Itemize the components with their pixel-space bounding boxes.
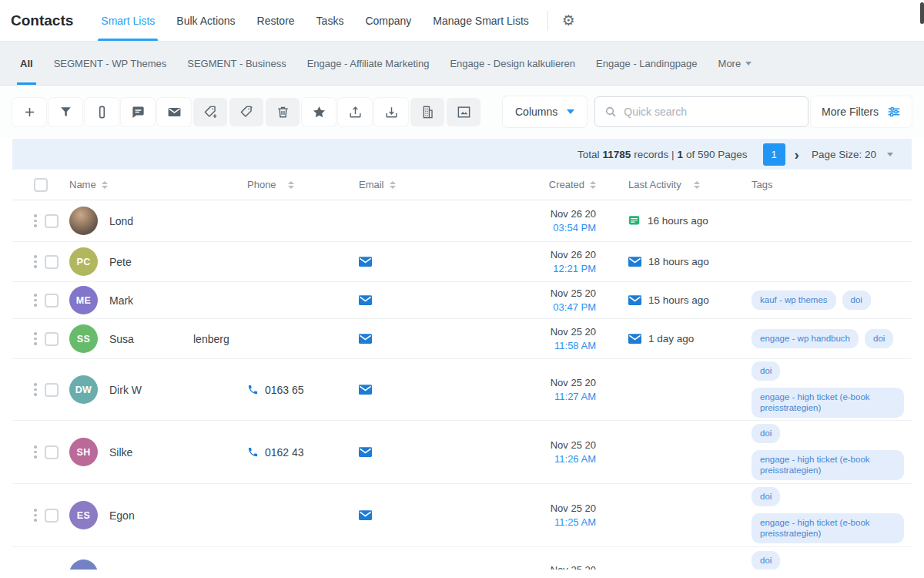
more-filters-button[interactable]: More Filters bbox=[811, 96, 912, 127]
page-size-select[interactable]: Page Size: 20 bbox=[812, 149, 893, 160]
email-button[interactable] bbox=[157, 98, 191, 126]
search-input[interactable] bbox=[624, 106, 798, 118]
column-header-tags: Tags bbox=[740, 179, 909, 190]
email-icon[interactable] bbox=[359, 510, 372, 520]
email-activity-icon bbox=[628, 334, 641, 344]
contact-name[interactable]: Mark bbox=[109, 294, 133, 307]
row-checkbox[interactable] bbox=[45, 255, 59, 269]
column-header-email[interactable]: Email bbox=[347, 179, 490, 190]
phone-button[interactable] bbox=[85, 98, 119, 126]
table-row[interactable]: DWDirk W0163 65Nov 25 2011:27 AMdoiengag… bbox=[12, 359, 912, 421]
nav-tab-bulk-actions[interactable]: Bulk Actions bbox=[166, 0, 246, 41]
contact-name[interactable]: Dirk W bbox=[109, 384, 142, 396]
row-checkbox[interactable] bbox=[45, 383, 59, 397]
nav-tab-manage-smart-lists[interactable]: Manage Smart Lists bbox=[422, 0, 540, 41]
scrollbar-thumb[interactable] bbox=[920, 2, 924, 24]
created-date: Nov 25 20 bbox=[551, 287, 596, 299]
image-button[interactable] bbox=[447, 98, 480, 126]
nav-tab-smart-lists[interactable]: Smart Lists bbox=[90, 0, 166, 41]
add-tag-button[interactable] bbox=[193, 98, 227, 126]
row-checkbox[interactable] bbox=[45, 294, 59, 307]
email-cell bbox=[347, 447, 490, 457]
row-select-cell bbox=[12, 509, 66, 523]
table-row[interactable]: ESEgonNov 25 2011:25 AMdoiengage - high … bbox=[12, 484, 912, 547]
table-row[interactable]: LondNov 26 2003:54 PM16 hours ago bbox=[12, 200, 912, 242]
created-cell: Nov 25 20 bbox=[490, 547, 598, 570]
row-menu-icon[interactable] bbox=[34, 214, 37, 227]
smart-list-tab-engage---affiliate-marketing[interactable]: Engage - Affiliate Marketing bbox=[307, 42, 430, 85]
tag-pill: doi bbox=[752, 361, 780, 381]
table-row[interactable]: PCPeteNov 26 2012:21 PM18 hours ago bbox=[12, 242, 912, 282]
name-cell: SHSilke bbox=[66, 438, 243, 466]
email-icon[interactable] bbox=[359, 385, 372, 395]
column-header-created[interactable]: Created bbox=[490, 179, 598, 190]
email-activity-icon bbox=[628, 295, 641, 305]
row-menu-icon[interactable] bbox=[34, 294, 37, 307]
next-page-button[interactable]: › bbox=[795, 147, 799, 162]
import-button[interactable] bbox=[374, 98, 408, 126]
select-all-checkbox[interactable] bbox=[34, 178, 48, 192]
company-button[interactable] bbox=[410, 98, 444, 126]
column-header-phone[interactable]: Phone bbox=[243, 179, 347, 190]
smart-list-tab-label: SEGMENT - WP Themes bbox=[54, 58, 167, 69]
email-icon[interactable] bbox=[359, 295, 372, 305]
contact-name[interactable]: Silke bbox=[109, 446, 132, 459]
gear-icon[interactable]: ⚙ bbox=[556, 8, 581, 32]
smart-list-tab-label: SEGMENT - Business bbox=[187, 58, 286, 69]
filter-button[interactable] bbox=[49, 98, 82, 126]
delete-button[interactable] bbox=[266, 98, 300, 126]
nav-tab-company[interactable]: Company bbox=[354, 0, 422, 41]
remove-tag-button[interactable] bbox=[229, 98, 263, 126]
row-menu-icon[interactable] bbox=[34, 445, 37, 459]
smart-list-tab-segment---wp-themes[interactable]: SEGMENT - WP Themes bbox=[54, 42, 167, 85]
smart-list-tab-segment---business[interactable]: SEGMENT - Business bbox=[187, 42, 286, 85]
contact-name[interactable]: Egon bbox=[109, 509, 135, 522]
phone-cell: 0162 43 bbox=[243, 446, 347, 459]
sort-icon bbox=[102, 181, 108, 189]
row-menu-icon[interactable] bbox=[34, 255, 37, 268]
email-icon[interactable] bbox=[359, 334, 372, 344]
add-contact-button[interactable] bbox=[12, 98, 46, 126]
page-1-button[interactable]: 1 bbox=[763, 143, 785, 166]
export-button[interactable] bbox=[338, 98, 372, 126]
star-button[interactable] bbox=[302, 98, 336, 126]
row-checkbox[interactable] bbox=[45, 445, 59, 459]
table-row[interactable]: MEMarkNov 25 2003:47 PM15 hours agokauf … bbox=[12, 282, 912, 319]
table-row[interactable]: Nov 25 20doi bbox=[12, 547, 912, 570]
toolbar: Columns More Filters bbox=[0, 86, 924, 138]
created-cell: Nov 25 2011:27 AM bbox=[490, 377, 598, 402]
row-checkbox[interactable] bbox=[45, 332, 59, 346]
sms-button[interactable] bbox=[121, 98, 155, 126]
smart-list-tab-all[interactable]: All bbox=[20, 42, 33, 85]
columns-button[interactable]: Columns bbox=[503, 96, 587, 127]
row-menu-icon[interactable] bbox=[34, 332, 37, 345]
contact-name[interactable]: Susa bbox=[109, 333, 134, 345]
smart-list-tab-engage---landingpage[interactable]: Engage - Landingpage bbox=[596, 42, 698, 85]
column-header-last-activity[interactable]: Last Activity bbox=[598, 179, 740, 190]
contact-name[interactable]: Pete bbox=[109, 256, 132, 268]
row-select-cell bbox=[12, 255, 66, 269]
row-menu-icon[interactable] bbox=[34, 383, 37, 396]
avatar: SH bbox=[69, 438, 98, 466]
created-date: Nov 26 20 bbox=[551, 208, 596, 220]
row-checkbox[interactable] bbox=[45, 214, 59, 228]
avatar-photo bbox=[69, 207, 98, 235]
row-menu-icon[interactable] bbox=[34, 509, 37, 522]
smart-list-tab-more[interactable]: More bbox=[718, 42, 752, 85]
email-icon[interactable] bbox=[359, 447, 372, 457]
created-time: 11:25 AM bbox=[554, 516, 596, 528]
created-date: Nov 25 20 bbox=[551, 564, 596, 570]
created-cell: Nov 25 2011:58 AM bbox=[490, 326, 598, 351]
smart-list-tab-engage---design-kalkulieren[interactable]: Engage - Design kalkulieren bbox=[450, 42, 575, 85]
table-row[interactable]: SHSilke0162 43Nov 25 2011:26 AMdoiengage… bbox=[12, 421, 912, 484]
sms-activity-icon bbox=[628, 215, 641, 227]
contact-name[interactable]: Lond bbox=[109, 215, 133, 227]
nav-tab-tasks[interactable]: Tasks bbox=[306, 0, 355, 41]
nav-tab-restore[interactable]: Restore bbox=[246, 0, 306, 41]
add-contact-icon bbox=[22, 105, 37, 119]
table-row[interactable]: SSSusalenbergNov 25 2011:58 AM1 day agoe… bbox=[12, 319, 912, 359]
row-checkbox[interactable] bbox=[45, 509, 59, 523]
email-icon[interactable] bbox=[359, 257, 372, 267]
sort-icon bbox=[694, 181, 700, 189]
column-header-name[interactable]: Name bbox=[66, 179, 243, 190]
